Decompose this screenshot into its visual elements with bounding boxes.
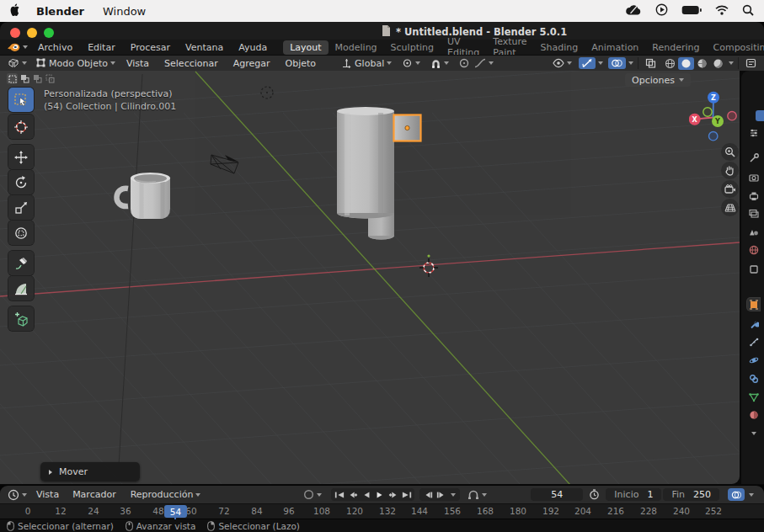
timeline-menu-vista[interactable]: Vista [36, 489, 59, 500]
properties-editor-icon[interactable] [747, 126, 760, 139]
battery-icon[interactable] [681, 5, 702, 18]
timeline-menu-marcador[interactable]: Marcador [72, 489, 116, 500]
properties-more-chevron[interactable] [747, 427, 760, 439]
apple-logo-icon[interactable] [10, 3, 21, 19]
macos-window-menu[interactable]: Window [103, 5, 146, 18]
show-object-types-selector[interactable] [550, 57, 574, 69]
tab-layout[interactable]: Layout [283, 40, 328, 55]
gizmo-axis-neg-z[interactable] [709, 132, 718, 141]
tool-add-cube[interactable] [8, 306, 34, 331]
select-mode-subtract-button[interactable] [32, 73, 43, 84]
cylinder-object[interactable] [337, 107, 394, 219]
select-mode-invert-button[interactable] [45, 73, 56, 84]
menu-agregar[interactable]: Agregar [233, 58, 270, 69]
tab-shading[interactable]: Shading [534, 40, 585, 55]
chevron-down-icon[interactable] [749, 493, 754, 497]
tab-modeling[interactable]: Modeling [329, 40, 384, 55]
snap-toggle[interactable] [428, 57, 451, 70]
camera-view-button[interactable] [721, 180, 739, 198]
chevron-down-icon[interactable] [598, 61, 603, 65]
select-mode-set-button[interactable] [7, 73, 18, 84]
tab-collection-icon[interactable] [747, 263, 760, 275]
zoom-view-button[interactable] [721, 143, 739, 161]
wifi-icon[interactable] [715, 5, 729, 18]
operator-panel-mover[interactable]: Mover [40, 462, 140, 481]
tab-constraints-icon[interactable] [747, 372, 760, 385]
timeline-editor-type-button[interactable] [5, 488, 29, 502]
cloud-icon[interactable] [625, 4, 642, 18]
tool-annotate[interactable] [8, 251, 34, 275]
jump-to-start-button[interactable] [333, 489, 345, 500]
tab-particles-icon[interactable] [747, 335, 760, 348]
pivot-point-selector[interactable] [399, 57, 423, 69]
frame-start-field[interactable]: Inicio 1 [606, 488, 661, 501]
tool-scale[interactable] [8, 195, 34, 220]
tab-render-icon[interactable] [747, 171, 760, 184]
tool-rotate[interactable] [8, 170, 34, 194]
tab-animation[interactable]: Animation [585, 40, 645, 55]
shading-solid-button[interactable] [678, 57, 694, 70]
3d-viewport[interactable]: Personalizada (perspectiva) (54) Collect… [0, 71, 740, 484]
tab-object-icon[interactable] [747, 298, 760, 311]
blender-menu-button[interactable] [5, 41, 30, 53]
macos-app-menu[interactable]: Blender [36, 5, 84, 18]
chevron-down-icon[interactable] [729, 61, 734, 65]
selected-plane-object[interactable] [394, 115, 421, 141]
gizmo-axis-neg-x[interactable] [728, 112, 736, 120]
mode-selector[interactable]: Modo Objeto [33, 57, 118, 70]
transform-orientation-selector[interactable]: Global [339, 57, 394, 70]
jump-to-end-button[interactable] [400, 489, 413, 500]
gizmos-toggle[interactable] [579, 57, 596, 69]
shading-rendered-button[interactable] [710, 57, 726, 70]
menu-objeto[interactable]: Objeto [286, 58, 317, 69]
overlays-toggle[interactable] [608, 57, 626, 69]
tool-transform[interactable] [8, 221, 34, 245]
playhead-current-frame[interactable]: 54 [164, 505, 187, 518]
shading-wireframe-button[interactable] [662, 57, 678, 70]
tab-material-icon[interactable] [747, 408, 760, 421]
tool-select-box[interactable] [8, 88, 34, 112]
pan-view-button[interactable] [721, 162, 739, 179]
tool-move[interactable] [8, 145, 34, 169]
tab-rendering[interactable]: Rendering [645, 40, 706, 55]
auto-keying-toggle[interactable] [301, 488, 324, 501]
tab-output-icon[interactable] [747, 189, 760, 202]
play-reverse-button[interactable] [360, 489, 372, 500]
light-object[interactable] [261, 87, 273, 98]
chevron-down-icon[interactable] [628, 61, 633, 65]
tool-cursor[interactable] [8, 114, 34, 139]
menu-seleccionar[interactable]: Seleccionar [164, 58, 218, 69]
select-mode-extend-button[interactable] [19, 73, 30, 84]
menu-ventana[interactable]: Ventana [185, 42, 223, 53]
tab-world-icon[interactable] [747, 243, 760, 256]
menu-editar[interactable]: Editar [88, 42, 115, 53]
tab-scene-icon[interactable] [747, 225, 760, 237]
menu-vista[interactable]: Vista [126, 58, 149, 69]
gizmo-axis-neg-y[interactable] [703, 108, 712, 116]
xray-toggle[interactable] [643, 57, 659, 69]
frame-end-field[interactable]: Fin 250 [663, 488, 719, 501]
proportional-falloff-selector[interactable] [472, 57, 496, 69]
use-preview-range-button[interactable] [586, 488, 602, 501]
tab-modifiers-icon[interactable] [747, 317, 760, 330]
shading-material-button[interactable] [694, 57, 710, 70]
playback-sync-button[interactable] [465, 489, 489, 501]
toggle-perspective-button[interactable] [721, 199, 739, 216]
tab-tool-icon[interactable] [747, 152, 760, 164]
previous-frame-button[interactable] [421, 489, 434, 500]
properties-editor-type-button[interactable] [743, 57, 759, 69]
current-frame-field[interactable]: 54 [531, 488, 583, 501]
previous-keyframe-button[interactable] [346, 489, 359, 500]
tool-measure[interactable] [8, 276, 34, 301]
tab-sculpting[interactable]: Sculpting [384, 40, 441, 55]
close-window-button[interactable] [10, 28, 20, 38]
zoom-window-button[interactable] [44, 28, 54, 38]
next-keyframe-button[interactable] [387, 489, 399, 500]
chevron-down-icon[interactable] [451, 493, 456, 497]
tab-object-data-icon[interactable] [747, 391, 760, 403]
tab-compositing[interactable]: Compositing [707, 40, 764, 55]
proportional-editing-toggle[interactable] [457, 57, 472, 69]
search-icon[interactable] [742, 4, 754, 19]
menu-procesar[interactable]: Procesar [131, 42, 170, 53]
next-frame-button[interactable] [435, 489, 447, 500]
